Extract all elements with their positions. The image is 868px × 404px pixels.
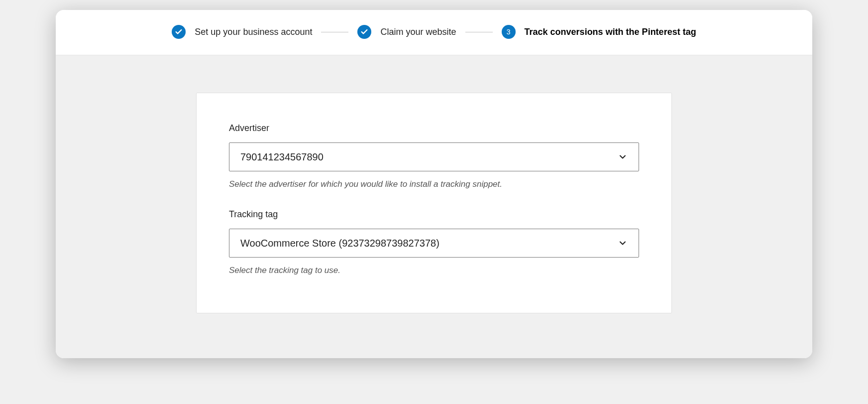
- check-circle-icon: [357, 25, 371, 39]
- chevron-down-icon: [618, 152, 628, 162]
- step-label: Claim your website: [380, 27, 456, 37]
- tracking-tag-select[interactable]: WooCommerce Store (92373298739827378): [229, 229, 639, 258]
- advertiser-help-text: Select the advertiser for which you woul…: [229, 179, 639, 189]
- stepper-bar: Set up your business account Claim your …: [56, 10, 812, 55]
- step-business-account[interactable]: Set up your business account: [172, 25, 312, 39]
- advertiser-field-group: Advertiser 790141234567890 Select the ad…: [229, 123, 639, 189]
- settings-card: Advertiser 790141234567890 Select the ad…: [196, 93, 672, 313]
- setup-wizard-window: Set up your business account Claim your …: [56, 10, 812, 358]
- advertiser-select[interactable]: 790141234567890: [229, 142, 639, 171]
- check-circle-icon: [172, 25, 186, 39]
- step-separator: [465, 32, 493, 32]
- tracking-tag-field-group: Tracking tag WooCommerce Store (92373298…: [229, 209, 639, 275]
- chevron-down-icon: [618, 238, 628, 248]
- step-number-icon: 3: [502, 25, 516, 39]
- content-area: Advertiser 790141234567890 Select the ad…: [56, 55, 812, 358]
- step-label: Track conversions with the Pinterest tag: [525, 27, 696, 37]
- tracking-tag-value: WooCommerce Store (92373298739827378): [240, 238, 618, 249]
- tracking-tag-label: Tracking tag: [229, 209, 639, 220]
- step-claim-website[interactable]: Claim your website: [357, 25, 456, 39]
- advertiser-label: Advertiser: [229, 123, 639, 134]
- step-separator: [321, 32, 348, 32]
- step-track-conversions[interactable]: 3 Track conversions with the Pinterest t…: [502, 25, 696, 39]
- step-number-label: 3: [507, 28, 511, 36]
- step-label: Set up your business account: [195, 27, 312, 37]
- advertiser-value: 790141234567890: [240, 151, 618, 163]
- tracking-tag-help-text: Select the tracking tag to use.: [229, 266, 639, 275]
